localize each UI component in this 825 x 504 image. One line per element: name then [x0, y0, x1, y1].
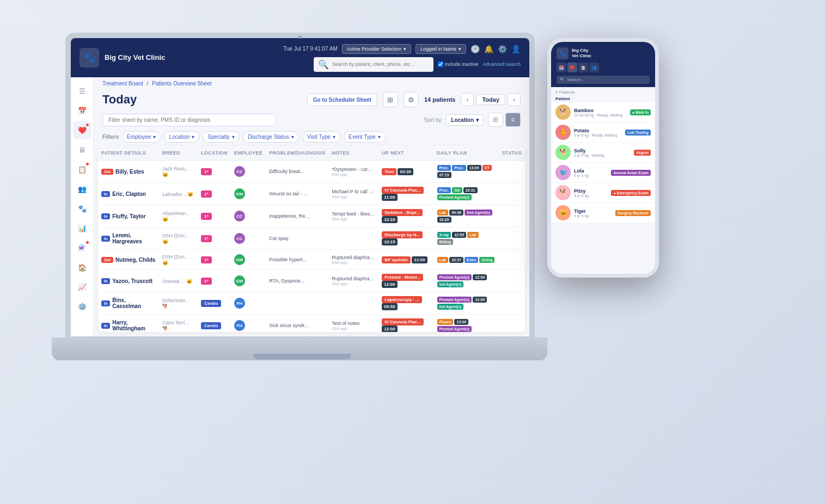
breadcrumb-root[interactable]: Treatment Board [102, 81, 143, 87]
view-toggles: ⊞ ≡ [488, 113, 521, 127]
grid-view-icon[interactable]: ⊞ [383, 92, 398, 107]
phone-device: 🐾 Big CityVet Clinic 📅 ❤️ 📋 👥 🔍 Search..… [547, 38, 659, 278]
td-upnext: Discharge by N...10:15 [378, 228, 433, 250]
phone-nav: 📅 ❤️ 📋 👥 [557, 63, 650, 72]
phone-patient-lola[interactable]: 🐦 Lola 5 yr 3 kg Annual Avian Exam [551, 163, 655, 183]
table-row[interactable]: In Harry, Whittingham Cairn Terri... 🐕 C… [98, 315, 525, 333]
sidebar-clients[interactable]: 👥 [73, 180, 91, 198]
visit-type-filter-chip[interactable]: Visit Type ▾ [302, 131, 340, 143]
phone-patient-pitsy-name: Pitsy [574, 188, 608, 194]
scheduler-button[interactable]: Go to Scheduler Sheet [307, 94, 377, 106]
include-inactive-checkbox[interactable] [438, 62, 443, 67]
prev-day-button[interactable]: ‹ [461, 93, 474, 106]
today-button[interactable]: Today [476, 94, 505, 105]
next-day-button[interactable]: › [508, 93, 521, 106]
phone-nav-calendar[interactable]: 📅 [557, 63, 566, 72]
grid-toggle[interactable]: ⊞ [488, 113, 503, 127]
sidebar-lab[interactable]: ⚗️ [73, 238, 91, 257]
notes-text: Test of notes [332, 321, 375, 326]
date-navigation: ‹ Today › [461, 93, 521, 106]
td-breed: Labrador... 🐱 [159, 183, 198, 205]
notification-icon[interactable]: 🔔 [484, 45, 493, 53]
specialty-filter-chip[interactable]: Specialty ▾ [203, 131, 240, 143]
phone-patient-label: Patient [551, 96, 655, 102]
phone-patient-tiger-info: Tiger 3 yr 4 kg [574, 208, 612, 218]
phone-patient-bamboo[interactable]: 🐕 Bamboo 12 ha 08 kg · Ready, Waiting ● … [551, 102, 655, 122]
phone-patient-solly-info: Solly 2 yr 5 kg · Waiting [574, 148, 631, 157]
advanced-search-link[interactable]: Advanced search [482, 62, 521, 67]
search-input[interactable] [332, 62, 429, 67]
clock-icon[interactable]: 🕐 [470, 45, 480, 53]
upnext-label: Laparoscopy - ... [382, 296, 422, 303]
discharge-status-filter-chip[interactable]: Discharge Status ▾ [243, 131, 299, 143]
phone-nav-clients[interactable]: 👥 [589, 63, 599, 72]
sidebar-records[interactable]: 📋 [73, 160, 91, 179]
patient-info: Nutmeg, Childs [115, 257, 155, 263]
table-row[interactable]: Out Billy, Estes Jack Russ... 🐱 1* CC Di… [98, 161, 525, 183]
location-badge: 1* [201, 256, 212, 263]
logged-in-dropdown[interactable]: Logged in Name ▾ [415, 44, 466, 54]
sidebar-calendar[interactable]: 📅 [73, 101, 91, 120]
phone-patient-solly[interactable]: 🐕 Solly 2 yr 5 kg · Waiting Urgent [551, 143, 655, 163]
td-location: 1* [198, 205, 231, 228]
patient-info: Billy, Estes [115, 169, 144, 175]
user-icon[interactable]: 👤 [511, 45, 521, 53]
phone-avatar-potato: 🐈 [555, 125, 571, 140]
daily-plan-tag: Premed Agent(s) [437, 274, 472, 280]
daily-plan-tag: 10:37 [449, 257, 463, 263]
settings-icon[interactable]: ⚙️ [498, 45, 507, 53]
sidebar-patients[interactable]: 🐾 [73, 199, 91, 218]
sidebar-treatment[interactable]: ❤️ [73, 121, 91, 139]
td-patient: Out Nutmeg, Childs [98, 250, 159, 270]
sort-dropdown[interactable]: Location ▾ [446, 114, 484, 126]
phone-body: 9 Patients Patient 🐕 Bamboo 12 ha 08 kg … [551, 87, 655, 274]
phone-patient-tiger[interactable]: 🐱 Tiger 3 yr 4 kg Surgery Recheck [551, 203, 655, 223]
td-location: Cardio [198, 315, 231, 333]
app-header: 🐾 Big City Vet Clinic Tue Jul 17 9:41:07… [71, 38, 529, 77]
td-breed: Cairn Terri... 🐕 [159, 315, 198, 333]
chips-bar: Filters Employee ▾ Location ▾ Specialty … [94, 129, 529, 146]
table-row[interactable]: In Lemmi, Hargreaves DSH (Dori... 🐱 1* C… [98, 228, 525, 250]
sidebar-settings[interactable]: ⚙️ [73, 297, 91, 316]
sidebar-home[interactable]: 🏠 [73, 258, 91, 276]
include-inactive-label[interactable]: include inactive [438, 62, 479, 67]
phone-patient-pitsy[interactable]: 🐕 Pitsy 4 yr 6 kg ● Emergency Exam [551, 183, 655, 203]
daily-plan-tag: Fluoro [437, 319, 454, 325]
age-text: 31d ago [332, 326, 375, 331]
status-pill: Out [101, 257, 113, 263]
sidebar-analytics[interactable]: 📊 [73, 219, 91, 237]
table-row[interactable]: Out Nutmeg, Childs DSH (Dori... 🐱 1* GM … [98, 250, 525, 270]
sort-by-label: Sort by: [424, 117, 443, 123]
phone-nav-records[interactable]: 📋 [578, 63, 588, 72]
phone-search-box[interactable]: 🔍 Search... [557, 76, 650, 84]
sidebar-monitor[interactable]: 🖥 [73, 140, 91, 159]
phone-patient-potato[interactable]: 🐈 Potato 3 yr 8 kg · Ready, Waiting Lab … [551, 122, 655, 143]
td-upnext: Laparoscopy - ...09:55 [378, 292, 433, 315]
table-row[interactable]: In Binx, Casselman Doberman... 🐕 Cardio … [98, 292, 525, 315]
event-type-filter-chip[interactable]: Event Type ▾ [344, 131, 386, 143]
td-problem: Difficulty breat... [266, 161, 328, 183]
breed-icon: 🐕 [162, 304, 168, 309]
status-pill: In [101, 213, 110, 219]
list-toggle[interactable]: ≡ [505, 113, 521, 127]
settings-gear-icon[interactable]: ⚙ [404, 92, 419, 107]
phone-clinic-name: Big CityVet Clinic [572, 48, 591, 59]
table-row[interactable]: In Fluffy, Taylor Abyssinian... 🐱 1* CC … [98, 205, 525, 228]
upnext-label: Discharge by N... [382, 231, 423, 238]
phone-nav-board[interactable]: ❤️ [567, 63, 577, 72]
col-problem: Problem/Diagnosis [266, 146, 328, 161]
employee-filter-chip[interactable]: Employee ▾ [122, 131, 161, 143]
sidebar-menu[interactable]: ☰ [73, 82, 91, 100]
sidebar-reports[interactable]: 📈 [73, 278, 91, 296]
filter-input[interactable] [102, 114, 277, 126]
table-row[interactable]: In Eric, Clapton Labrador... 🐱 1* GM Wou… [98, 183, 525, 205]
location-filter-chip[interactable]: Location ▾ [164, 131, 199, 143]
breed-text: DSH (Dori... [162, 254, 189, 260]
td-status [499, 183, 525, 205]
table-row[interactable]: In Yazoo, Truscott Oriental ... 🐱 1* GM … [98, 270, 525, 292]
td-notes: Tempt feed - likes t... 65d ago [328, 205, 378, 228]
phone-patient-solly-detail: 2 yr 5 kg · Waiting [574, 153, 631, 157]
td-status [499, 270, 525, 292]
provider-dropdown[interactable]: Active Provider Selection ▾ [342, 44, 411, 54]
td-patient: In Binx, Casselman [98, 292, 159, 315]
